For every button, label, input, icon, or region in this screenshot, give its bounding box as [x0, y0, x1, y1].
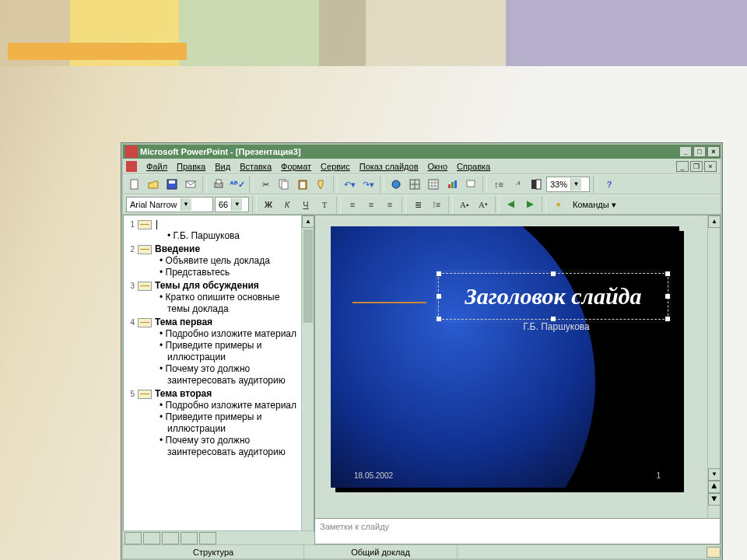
resize-handle[interactable]: [665, 271, 670, 276]
redo-button[interactable]: ↷▾: [359, 176, 377, 193]
outline-pane[interactable]: 1 Г.Б. Паршукова 2 Введение Объявите цел…: [123, 215, 314, 544]
slide-canvas[interactable]: Заголовок слайда Г.Б. Паршукова 18.05.20…: [314, 215, 721, 518]
outline-slide-1[interactable]: 1: [125, 219, 300, 230]
scroll-thumb[interactable]: [303, 229, 313, 323]
resize-handle[interactable]: [437, 317, 441, 321]
slide-subtitle[interactable]: Г.Б. Паршукова: [447, 321, 665, 332]
sorter-view-button[interactable]: [181, 532, 198, 544]
numbered-list-button[interactable]: ≣: [409, 196, 426, 213]
menu-window[interactable]: Окно: [423, 160, 453, 173]
decrease-font-button[interactable]: A▾: [475, 196, 492, 213]
menu-view[interactable]: Вид: [210, 160, 235, 173]
scroll-down-icon[interactable]: ▼: [708, 468, 721, 481]
prev-slide-icon[interactable]: ⯅: [708, 481, 721, 493]
align-left-button[interactable]: ≡: [344, 196, 361, 213]
menu-insert[interactable]: Вставка: [235, 160, 276, 173]
resize-handle[interactable]: [437, 271, 441, 276]
outline-bullet[interactable]: Подробно изложите материал: [160, 400, 300, 411]
paste-button[interactable]: [294, 176, 311, 193]
outline-slide-4[interactable]: 4 Тема первая: [125, 317, 300, 328]
menu-edit[interactable]: Правка: [172, 160, 210, 173]
status-spell-icon[interactable]: [707, 547, 721, 558]
doc-minimize-button[interactable]: _: [676, 161, 689, 172]
slide-scrollbar[interactable]: ▲ ▼ ⯅ ⯆: [707, 215, 720, 518]
doc-restore-button[interactable]: ❐: [690, 161, 703, 172]
outline-bullet[interactable]: Объявите цель доклада: [160, 255, 300, 267]
outline-slide-2[interactable]: 2 Введение: [125, 243, 300, 255]
menu-tools[interactable]: Сервис: [316, 160, 355, 173]
doc-close-button[interactable]: ×: [704, 161, 717, 172]
expand-button[interactable]: ↕≡: [490, 176, 507, 193]
format-painter-button[interactable]: [313, 176, 330, 193]
outline-bullet[interactable]: Почему это должно заинтересовать аудитор…: [160, 363, 300, 387]
font-size-combo[interactable]: 66 ▼: [215, 197, 249, 212]
outline-bullet[interactable]: Представьтесь: [160, 267, 300, 278]
demote-button[interactable]: ⯈: [521, 196, 538, 213]
next-slide-icon[interactable]: ⯆: [708, 493, 721, 506]
new-slide-button[interactable]: [462, 176, 479, 193]
minimize-button[interactable]: _: [679, 146, 692, 157]
align-center-button[interactable]: ≡: [363, 196, 380, 213]
normal-view-button[interactable]: [124, 532, 142, 544]
increase-font-button[interactable]: A▴: [456, 196, 473, 213]
outline-bullet[interactable]: Почему это должно заинтересовать аудитор…: [160, 435, 300, 458]
outline-bullet[interactable]: Подробно изложите материал: [160, 328, 300, 340]
common-tasks-button[interactable]: Команды ▾: [568, 198, 621, 212]
slide-title-placeholder[interactable]: Заголовок слайда: [438, 273, 668, 320]
new-button[interactable]: [126, 176, 143, 193]
scroll-up-icon[interactable]: ▲: [302, 215, 314, 228]
svg-rect-20: [451, 182, 454, 188]
resize-handle[interactable]: [665, 294, 670, 299]
underline-button[interactable]: Ч: [297, 196, 314, 213]
outline-bullet[interactable]: Кратко опишите основные темы доклада: [160, 292, 300, 315]
svg-rect-0: [131, 180, 138, 189]
promote-button[interactable]: ⯇: [503, 196, 520, 213]
outline-bullet[interactable]: Приведите примеры и иллюстрации: [160, 340, 300, 363]
outline-slide-3[interactable]: 3 Темы для обсуждения: [125, 280, 300, 292]
italic-button[interactable]: К: [279, 196, 296, 213]
slide-footer-number: 1: [656, 471, 661, 480]
menu-file[interactable]: Файл: [142, 160, 172, 173]
outline-author[interactable]: Г.Б. Паршукова: [160, 230, 300, 242]
hyperlink-button[interactable]: [388, 176, 405, 193]
insert-chart-button[interactable]: [444, 176, 461, 193]
notes-pane[interactable]: Заметки к слайду: [314, 518, 721, 544]
slide-view-button[interactable]: [162, 532, 179, 544]
resize-handle[interactable]: [665, 317, 670, 321]
spellcheck-button[interactable]: ᴬᴮ✓: [229, 176, 246, 193]
menu-format[interactable]: Формат: [276, 160, 316, 173]
open-button[interactable]: [145, 176, 162, 193]
scroll-up-icon[interactable]: ▲: [708, 215, 721, 228]
outline-view-button[interactable]: [143, 532, 160, 544]
resize-handle[interactable]: [551, 271, 556, 276]
cut-button[interactable]: ✂: [257, 176, 274, 193]
menu-help[interactable]: Справка: [452, 160, 495, 173]
resize-handle[interactable]: [437, 294, 441, 299]
zoom-combo[interactable]: 33% ▼: [546, 177, 590, 192]
mail-button[interactable]: [182, 176, 199, 193]
show-formatting-button[interactable]: ᴬ: [509, 176, 526, 193]
help-button[interactable]: ?: [601, 176, 618, 193]
copy-button[interactable]: [275, 176, 293, 193]
outline-bullet[interactable]: Приведите примеры и иллюстрации: [160, 411, 300, 435]
insert-table-button[interactable]: [425, 176, 442, 193]
shadow-button[interactable]: T: [316, 196, 333, 213]
bulleted-list-button[interactable]: ⁝≡: [428, 196, 445, 213]
print-button[interactable]: [210, 176, 227, 193]
menu-slideshow[interactable]: Показ слайдов: [355, 160, 423, 173]
slideshow-view-button[interactable]: [199, 532, 216, 544]
save-button[interactable]: [163, 176, 181, 193]
bold-button[interactable]: Ж: [260, 196, 277, 213]
titlebar[interactable]: Microsoft PowerPoint - [Презентация3] _ …: [123, 145, 721, 159]
animation-effects-button[interactable]: ✦: [549, 196, 566, 213]
align-right-button[interactable]: ≡: [381, 196, 398, 213]
tables-borders-button[interactable]: [406, 176, 423, 193]
outline-slide-5[interactable]: 5 Тема вторая: [125, 388, 300, 400]
grayscale-button[interactable]: [528, 176, 545, 193]
slide-preview[interactable]: Заголовок слайда Г.Б. Паршукова 18.05.20…: [331, 226, 679, 488]
undo-button[interactable]: ↶▾: [341, 176, 358, 193]
close-button[interactable]: ×: [707, 146, 720, 157]
maximize-button[interactable]: □: [693, 146, 706, 157]
outline-scrollbar[interactable]: ▲ ▼: [301, 215, 314, 544]
font-combo[interactable]: Arial Narrow ▼: [126, 197, 213, 212]
